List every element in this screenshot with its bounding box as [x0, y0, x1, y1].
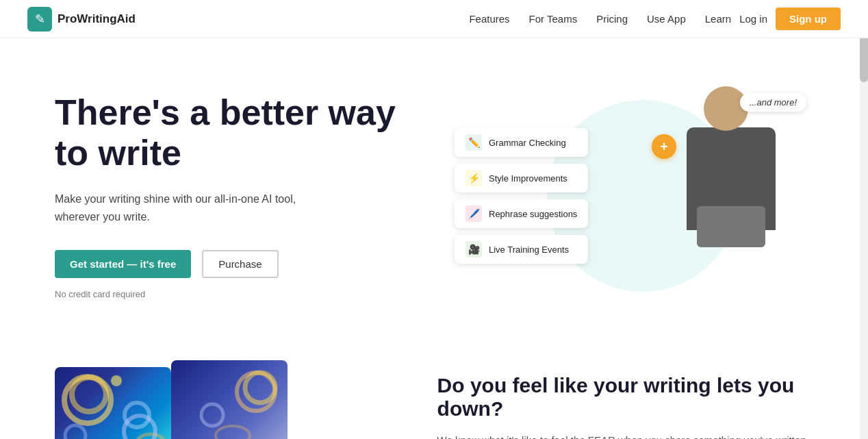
feature-card-live: 🎥 Live Training Events	[455, 235, 588, 264]
hero-note: No credit card required	[55, 289, 434, 299]
grammar-icon: ✏️	[465, 134, 482, 151]
nav-features[interactable]: Features	[469, 13, 509, 25]
section2-content: Do you feel like your writing lets you d…	[437, 360, 813, 439]
feature-card-style: ⚡ Style Improvements	[455, 164, 588, 192]
nav-pricing[interactable]: Pricing	[596, 13, 628, 25]
artwork-secondary	[171, 360, 288, 439]
artwork-main	[55, 367, 171, 439]
logo-icon: ✎	[27, 7, 52, 32]
plus-badge: +	[652, 134, 676, 159]
hero-illustration: ✏️ Grammar Checking ⚡ Style Improvements…	[434, 79, 813, 312]
nav-use-app[interactable]: Use App	[647, 13, 686, 25]
svg-point-0	[72, 377, 106, 412]
signup-button[interactable]: Sign up	[776, 8, 841, 30]
person-illustration	[649, 86, 786, 292]
feature-cards-container: ✏️ Grammar Checking ⚡ Style Improvements…	[455, 128, 588, 264]
starry-night-svg	[55, 367, 171, 439]
svg-point-5	[245, 373, 275, 403]
nav-for-teams[interactable]: For Teams	[529, 13, 578, 25]
svg-point-7	[216, 426, 250, 439]
grammar-label: Grammar Checking	[489, 138, 566, 148]
section2-artwork: My idea in my head	[55, 360, 396, 439]
hero-content: There's a better way to write Make your …	[55, 92, 434, 300]
svg-point-4	[137, 434, 164, 439]
svg-point-3	[111, 375, 122, 386]
feature-card-grammar: ✏️ Grammar Checking	[455, 128, 588, 157]
hero-subtitle: Make your writing shine with our all-in-…	[55, 190, 342, 225]
section2-text: We know what it's like to feel the FEAR …	[437, 431, 813, 439]
hero-buttons: Get started — it's free Purchase	[55, 250, 434, 278]
style-label: Style Improvements	[489, 173, 567, 184]
artwork-svg	[171, 360, 288, 439]
svg-point-2	[65, 425, 86, 439]
more-bubble: ...and more!	[740, 93, 806, 112]
feature-card-rephrase: 🖊️ Rephrase suggestions	[455, 199, 588, 228]
svg-point-1	[125, 403, 149, 427]
logo-text: ProWritingAid	[58, 12, 136, 26]
live-icon: 🎥	[465, 241, 482, 258]
nav-links: Features For Teams Pricing Use App Learn	[469, 13, 731, 25]
get-started-button[interactable]: Get started — it's free	[55, 250, 191, 278]
nav-learn[interactable]: Learn	[705, 13, 731, 25]
logo-link[interactable]: ✎ ProWritingAid	[27, 7, 136, 32]
style-icon: ⚡	[465, 170, 482, 186]
scrollbar-track[interactable]	[860, 0, 868, 439]
svg-point-6	[201, 404, 223, 426]
artwork-collage: My idea in my head	[55, 360, 288, 439]
hero-section: There's a better way to write Make your …	[0, 38, 868, 340]
rephrase-icon: 🖊️	[465, 205, 482, 222]
section2-title: Do you feel like your writing lets you d…	[437, 374, 813, 421]
rephrase-label: Rephrase suggestions	[489, 209, 577, 219]
navbar: ✎ ProWritingAid Features For Teams Prici…	[0, 0, 868, 38]
login-button[interactable]: Log in	[731, 9, 776, 29]
live-label: Live Training Events	[489, 244, 569, 255]
section2: My idea in my head Do you feel like your…	[0, 340, 868, 439]
hero-title: There's a better way to write	[55, 92, 434, 175]
purchase-button[interactable]: Purchase	[202, 250, 278, 278]
